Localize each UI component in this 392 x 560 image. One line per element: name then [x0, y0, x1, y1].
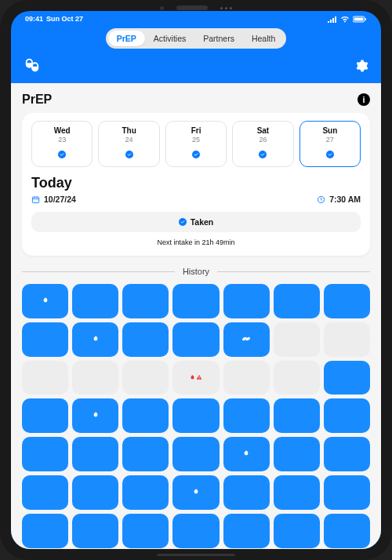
flame-icon	[93, 335, 99, 343]
history-cell[interactable]	[324, 361, 370, 395]
calendar-icon	[31, 195, 40, 204]
history-cell[interactable]	[122, 398, 169, 433]
history-cell[interactable]	[172, 398, 219, 433]
history-cell[interactable]	[223, 475, 270, 510]
history-cell[interactable]	[172, 322, 219, 357]
status-date: Sun Oct 27	[46, 15, 83, 23]
tab-bar: PrEPActivitiesPartnersHealth	[106, 28, 287, 49]
history-grid	[22, 284, 370, 548]
tab-activities[interactable]: Activities	[145, 31, 194, 46]
history-cell[interactable]	[72, 514, 118, 548]
section-title: PrEP	[22, 93, 52, 107]
svg-point-9	[245, 336, 251, 341]
history-cell[interactable]	[172, 437, 219, 471]
status-time: 09:41	[25, 15, 43, 23]
next-intake-text: Next intake in 21h 49min	[31, 238, 361, 246]
status-bar: 09:41 Sun Oct 27	[11, 11, 381, 25]
history-cell[interactable]	[172, 514, 219, 548]
tab-partners[interactable]: Partners	[194, 31, 243, 46]
history-cell[interactable]	[223, 322, 270, 357]
check-icon	[192, 151, 200, 158]
history-cell[interactable]	[72, 284, 118, 318]
history-label: History	[183, 267, 209, 276]
history-cell[interactable]	[122, 514, 169, 548]
history-cell[interactable]	[72, 475, 118, 510]
tab-health[interactable]: Health	[243, 31, 284, 46]
history-cell[interactable]	[72, 437, 118, 471]
app-logo	[24, 56, 41, 78]
history-cell[interactable]	[274, 361, 320, 395]
history-cell[interactable]	[274, 284, 320, 318]
history-cell[interactable]	[172, 284, 219, 318]
flame-icon	[193, 488, 199, 496]
status-indicators	[328, 16, 367, 23]
history-cell[interactable]	[324, 514, 370, 548]
check-icon	[58, 151, 66, 158]
history-cell[interactable]	[122, 475, 169, 510]
history-cell[interactable]	[22, 322, 68, 357]
svg-rect-3	[32, 197, 38, 202]
today-time[interactable]: 7:30 AM	[317, 195, 361, 204]
check-icon	[326, 151, 334, 158]
history-cell[interactable]	[72, 322, 118, 357]
history-cell[interactable]	[22, 475, 68, 510]
history-cell[interactable]	[22, 361, 68, 395]
settings-button[interactable]	[354, 59, 368, 76]
today-heading: Today	[31, 175, 361, 191]
check-icon	[259, 151, 267, 158]
warning-icon	[196, 374, 202, 380]
history-cell[interactable]	[324, 398, 370, 433]
day-cell-wed[interactable]: Wed 23	[31, 121, 93, 167]
flame-icon	[190, 374, 195, 381]
history-cell[interactable]	[324, 322, 370, 357]
flame-icon	[243, 449, 249, 457]
history-cell[interactable]	[172, 361, 219, 395]
history-cell[interactable]	[122, 361, 169, 395]
gear-icon	[354, 59, 368, 73]
svg-rect-2	[365, 18, 367, 20]
history-cell[interactable]	[172, 475, 219, 510]
history-cell[interactable]	[122, 284, 169, 318]
history-cell[interactable]	[274, 398, 320, 433]
info-button[interactable]: i	[358, 93, 370, 106]
day-cell-sat[interactable]: Sat 26	[232, 121, 293, 167]
history-cell[interactable]	[223, 514, 270, 548]
clock-icon	[317, 195, 325, 204]
signal-icon	[328, 16, 337, 23]
history-cell[interactable]	[324, 284, 370, 318]
history-cell[interactable]	[22, 514, 68, 548]
check-icon	[179, 218, 187, 226]
wifi-icon	[340, 16, 350, 23]
history-cell[interactable]	[22, 398, 68, 433]
history-cell[interactable]	[72, 361, 118, 395]
flame-icon	[93, 411, 99, 419]
day-cell-thu[interactable]: Thu 24	[98, 121, 159, 167]
history-cell[interactable]	[223, 284, 270, 318]
history-cell[interactable]	[324, 437, 370, 471]
flame-icon	[42, 296, 49, 304]
history-cell[interactable]	[223, 437, 270, 471]
svg-rect-10	[199, 376, 200, 378]
day-cell-fri[interactable]: Fri 25	[165, 121, 227, 167]
history-cell[interactable]	[72, 398, 118, 433]
tab-prep[interactable]: PrEP	[108, 31, 145, 46]
today-date[interactable]: 10/27/24	[31, 195, 76, 204]
history-cell[interactable]	[122, 437, 169, 471]
day-cell-sun[interactable]: Sun 27	[299, 121, 361, 167]
history-cell[interactable]	[324, 475, 370, 510]
history-cell[interactable]	[223, 398, 270, 433]
today-card: Wed 23 Thu 24 Fri 25 Sat 26 Sun 27 Today…	[22, 113, 370, 256]
history-cell[interactable]	[274, 475, 320, 510]
history-cell[interactable]	[274, 322, 320, 357]
pills-icon	[241, 336, 251, 342]
svg-rect-1	[354, 17, 364, 20]
history-cell[interactable]	[122, 322, 169, 357]
battery-icon	[353, 16, 367, 23]
history-cell[interactable]	[223, 361, 270, 395]
taken-status[interactable]: Taken	[31, 212, 361, 232]
history-cell[interactable]	[274, 437, 320, 471]
home-indicator[interactable]	[157, 554, 235, 556]
history-cell[interactable]	[22, 284, 68, 318]
history-cell[interactable]	[274, 514, 320, 548]
history-cell[interactable]	[22, 437, 68, 471]
